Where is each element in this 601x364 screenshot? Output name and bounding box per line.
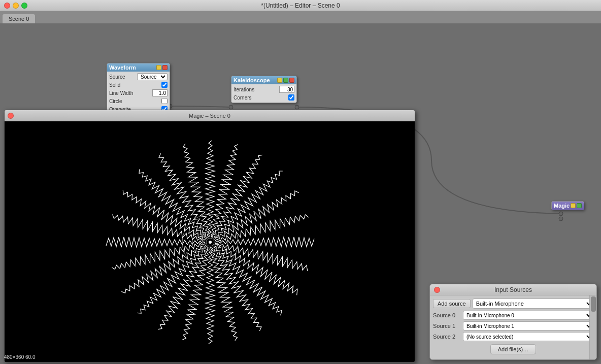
kaleidoscope-iterations-label: Iterations: [233, 87, 261, 92]
add-files-button[interactable]: Add file(s)…: [490, 344, 537, 354]
close-button[interactable]: [4, 3, 10, 9]
tab-scene0[interactable]: Scene 0: [2, 14, 36, 23]
waveform-header: Waveform: [107, 63, 170, 72]
waveform-source-select[interactable]: Source 0: [137, 73, 168, 80]
source-0-label: Source 0: [433, 312, 461, 318]
node-magic: Magic: [551, 201, 584, 210]
source-1-select-container: Built-in Microphone 1: [463, 321, 593, 330]
source-row-1: Source 1 Built-in Microphone 1: [433, 321, 593, 330]
preview-window: Magic – Scene 0 // This won't execute as…: [4, 110, 415, 362]
preview-canvas: // This won't execute as SVG inline scri…: [5, 121, 415, 362]
magic-controls: [571, 203, 582, 208]
svg-point-3: [295, 105, 299, 109]
preview-titlebar: Magic – Scene 0: [5, 110, 415, 121]
node-kaleidoscope: Kaleidoscope Iterations Corners: [231, 76, 297, 103]
source-type-container: Built-in Microphone: [473, 299, 593, 309]
kaleidoscope-body: Iterations Corners: [231, 84, 296, 103]
preview-buttons: [8, 113, 14, 119]
input-sources-close-btn[interactable]: [434, 287, 440, 293]
source-type-select[interactable]: Built-in Microphone: [473, 299, 593, 309]
magic-expand-btn[interactable]: [577, 203, 582, 208]
kaleidoscope-corners-row: Corners: [233, 93, 294, 102]
source-2-select-container: (No source selected): [463, 332, 593, 341]
svg-point-4: [559, 212, 563, 216]
kaleidoscope-iterations-row: Iterations: [233, 85, 294, 93]
input-sources-title: Input Sources: [494, 286, 532, 293]
coordinates-display: 480×360 60.0: [4, 354, 35, 360]
add-source-button[interactable]: Add source: [433, 299, 471, 308]
waveform-close-btn[interactable]: [162, 65, 168, 70]
svg-point-7: [209, 241, 212, 244]
svg-point-1: [229, 105, 233, 109]
source-2-label: Source 2: [433, 334, 461, 340]
source-0-select-container: Built-in Microphone 0: [463, 311, 593, 320]
waveform-controls: [156, 65, 168, 70]
node-waveform: Waveform Source Source 0 Solid Line Widt…: [107, 63, 170, 115]
input-sources-panel: Input Sources Add source Built-in Microp…: [429, 284, 597, 360]
magic-title: Magic: [554, 203, 570, 209]
kaleidoscope-header: Kaleidoscope: [231, 76, 296, 84]
add-source-row: Add source Built-in Microphone: [433, 299, 593, 309]
kaleidoscope-expand-btn[interactable]: [283, 78, 288, 83]
preview-close-btn[interactable]: [8, 113, 14, 119]
maximize-button[interactable]: [21, 3, 27, 9]
kaleidoscope-close-btn[interactable]: [289, 78, 294, 83]
waveform-linewidth-label: Line Width: [109, 90, 137, 96]
waveform-title: Waveform: [109, 64, 136, 71]
waveform-source-label: Source: [109, 74, 137, 80]
preview-title: Magic – Scene 0: [189, 113, 230, 119]
waveform-visualization: // This won't execute as SVG inline scri…: [5, 121, 415, 362]
kaleidoscope-minimize-btn[interactable]: [277, 78, 282, 83]
source-1-device-select[interactable]: Built-in Microphone 1: [463, 321, 593, 330]
waveform-circle-label: Circle: [109, 98, 137, 104]
titlebar-buttons: [4, 3, 27, 9]
kaleidoscope-controls: [277, 78, 294, 83]
source-row-0: Source 0 Built-in Microphone 0: [433, 311, 593, 320]
kaleidoscope-corners-label: Corners: [233, 95, 261, 101]
magic-minimize-btn[interactable]: [571, 203, 576, 208]
canvas-area: Waveform Source Source 0 Solid Line Widt…: [0, 23, 601, 364]
waveform-circle-checkbox[interactable]: [161, 98, 168, 104]
kaleidoscope-iterations-input[interactable]: [279, 86, 294, 93]
waveform-solid-row: Solid: [109, 81, 168, 89]
waveform-body: Source Source 0 Solid Line Width Circle …: [107, 72, 170, 114]
waveform-solid-label: Solid: [109, 82, 137, 88]
scrollbar-thumb[interactable]: [591, 296, 596, 312]
magic-header: Magic: [552, 202, 584, 210]
waveform-minimize-btn[interactable]: [156, 65, 161, 70]
waveform-linewidth-input[interactable]: [152, 89, 168, 96]
minimize-button[interactable]: [13, 3, 19, 9]
svg-point-5: [559, 217, 563, 221]
input-sources-body: Add source Built-in Microphone Source 0 …: [430, 295, 596, 359]
waveform-solid-checkbox[interactable]: [161, 82, 168, 88]
kaleidoscope-corners-checkbox[interactable]: [288, 94, 294, 101]
source-1-label: Source 1: [433, 323, 461, 329]
tabbar: Scene 0: [0, 11, 601, 23]
window-title: *(Untitled) – Editor – Scene 0: [261, 2, 340, 9]
waveform-source-row: Source Source 0: [109, 73, 168, 81]
kaleidoscope-title: Kaleidoscope: [233, 77, 270, 83]
source-row-2: Source 2 (No source selected): [433, 332, 593, 341]
input-sources-titlebar: Input Sources: [430, 284, 596, 295]
scrollbar-track[interactable]: [589, 295, 596, 359]
source-0-device-select[interactable]: Built-in Microphone 0: [463, 311, 593, 320]
titlebar: *(Untitled) – Editor – Scene 0: [0, 0, 601, 11]
source-2-device-select[interactable]: (No source selected): [463, 332, 593, 341]
waveform-linewidth-row: Line Width: [109, 89, 168, 97]
waveform-circle-row: Circle: [109, 97, 168, 105]
